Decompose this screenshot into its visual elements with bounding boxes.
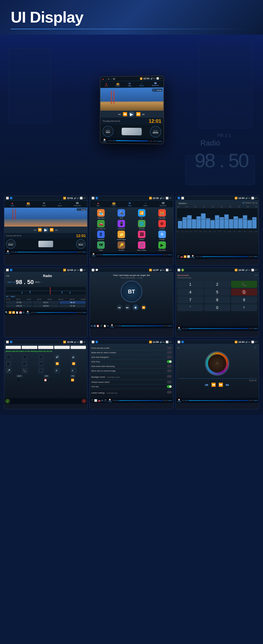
radio-arrow-left[interactable]: ‹ (6, 281, 7, 283)
app-chrome[interactable]: 🌐Chrome (132, 220, 151, 230)
steer-set2[interactable]: ⏰ (44, 379, 47, 381)
steer-bluetooth[interactable]: 📶 (71, 379, 74, 381)
topbar-radio: ⬜🔵 📶 12:03 🔊18 ⬜ ↩ (4, 268, 87, 272)
steer-power[interactable]: ⏻ (6, 354, 12, 360)
app-google[interactable]: GGoogle (152, 231, 172, 240)
screen-eq: 🔵⬜ 📶 12:03 🔊18 ⬜ ↩ Standard ↓ All Defaul… (176, 196, 259, 265)
key-5[interactable]: 5 (204, 289, 230, 296)
bt-stop[interactable]: ⏹ (133, 304, 138, 310)
app-maps[interactable]: 🗺Maps (91, 241, 111, 251)
radio-freq-5[interactable]: 108.00 (33, 304, 59, 307)
eq-setup-btn[interactable]: Set up (252, 202, 257, 205)
header: UI Display (0, 0, 263, 35)
steer-ff[interactable]: ⏩ (54, 361, 60, 366)
toggle-backlight-switch[interactable] (167, 375, 172, 378)
nav-radio-apps[interactable]: 📻Radio (112, 202, 116, 206)
app-calculator[interactable]: 🧮Calculator (152, 209, 172, 219)
steer-fm[interactable]: FM (70, 374, 76, 377)
music-ff[interactable]: ⏩ (218, 383, 223, 387)
app-bt[interactable]: 📶BT (132, 209, 151, 219)
bt-next-song[interactable]: ⏭ (125, 304, 130, 310)
steer-set1[interactable]: ⚙ (17, 379, 20, 381)
steer-vol-up[interactable]: 🔊 (54, 354, 60, 360)
key-9[interactable]: 9 (231, 296, 257, 303)
steer-skip-prev[interactable]: ⏮ (38, 361, 44, 366)
topbar-phone: ⬜🟢 📶 12:02 🔊12 ⬜ ↩ (176, 268, 259, 272)
nav-bt-apps[interactable]: ☎Bluetooth (160, 202, 166, 206)
radio-arrow-right[interactable]: › (41, 281, 42, 283)
app-gallery[interactable]: 🖼Gallery (132, 231, 151, 240)
key-hash[interactable]: # (231, 304, 257, 311)
radio-freq-4[interactable]: 106.10 (6, 304, 32, 307)
steer-screen[interactable]: 🖥 (22, 354, 28, 360)
nav-apps-apps[interactable]: ⊞Apps (128, 202, 132, 206)
steer-cancel-btn[interactable]: ✕ (82, 399, 86, 403)
steer-rew[interactable]: ⏪ (71, 361, 76, 366)
radio-freq-3[interactable]: 98.10 (60, 301, 86, 304)
music-prev[interactable]: ⏮ (205, 383, 209, 387)
topbar-eq: 🔵⬜ 📶 12:03 🔊18 ⬜ ↩ (176, 196, 259, 201)
toggle-gps-switch[interactable] (167, 385, 172, 388)
app-filemanager[interactable]: 📁FileManager (112, 231, 131, 240)
toggle-vol-switch[interactable] (167, 381, 172, 383)
key-call[interactable]: 📞 (231, 281, 257, 288)
nav-music-apps[interactable]: ♪Music (144, 202, 148, 206)
toggle-lantern-switch[interactable] (167, 391, 172, 394)
topbar-apps: ⬜🔵 📶 12:02 🔊10 ⬜ ↩ (90, 196, 173, 201)
key-0[interactable]: 0 (204, 304, 230, 311)
key-8[interactable]: 8 (204, 296, 230, 303)
bt-ff[interactable]: ⏩ (141, 304, 147, 310)
toggle-brake-switch[interactable] (167, 351, 172, 354)
radio-nmo: NMO (11, 296, 15, 297)
steer-vol-k2[interactable]: 🔉K (71, 368, 76, 373)
toggle-press-any-key-switch[interactable] (167, 347, 172, 349)
app-carlink[interactable]: 🚗Car Link 2.0 (91, 220, 111, 230)
steer-vol-down[interactable]: 🔉 (71, 354, 76, 360)
nav-navi-apps[interactable]: ▲Navi (97, 202, 100, 206)
radio-freq-1[interactable]: 87.50 (6, 301, 32, 304)
key-7[interactable]: 7 (177, 296, 203, 303)
app-musicplayer[interactable]: 🎵Music Player (132, 241, 151, 251)
key-hangup[interactable]: 📵 (231, 289, 257, 296)
radio-freq-2[interactable]: 90.10 (33, 301, 59, 304)
music-rew[interactable]: ⏪ (211, 383, 216, 387)
toggle-mirror-switch[interactable] (167, 369, 172, 372)
key-2[interactable]: 2 (204, 281, 230, 288)
app-aux[interactable]: 🔌AUX (112, 209, 131, 219)
key-star[interactable]: * (177, 304, 203, 311)
music-progress-bar[interactable] (178, 378, 257, 379)
app-mcxkey[interactable]: 🔑mcxKey (112, 241, 131, 251)
nav-apps[interactable]: ⊞ Apps (42, 202, 46, 206)
nav-navi[interactable]: ▲ Navi (11, 202, 14, 206)
eq-all-btn[interactable]: All (242, 202, 244, 205)
toggle-navi-switch[interactable] (167, 356, 172, 358)
toggle-gsd-switch[interactable] (167, 360, 172, 363)
steer-media[interactable]: ▶ (6, 361, 12, 366)
toggle-mute-switch[interactable] (167, 365, 172, 368)
key-4[interactable]: 4 (177, 289, 203, 296)
radio-freq-6[interactable]: 87.50 (60, 304, 86, 307)
steer-am[interactable]: AM (43, 374, 50, 377)
steer-settings[interactable]: ⚙ (38, 354, 44, 360)
nav-bluetooth[interactable]: ☎ Bluetooth (74, 202, 81, 206)
radio-band-label: FM 1-3 (8, 281, 14, 283)
steer-phone[interactable]: 📞 (22, 368, 28, 373)
app-control[interactable]: ⚙Control (152, 220, 172, 230)
steer-mic[interactable]: 🎤 (6, 368, 12, 373)
app-equalizer[interactable]: 🎛Equalizer (91, 231, 111, 240)
music-next[interactable]: ⏭ (226, 383, 229, 387)
toggle-mirror: Mirror view on reverse image (91, 370, 115, 372)
steer-k1[interactable]: K (38, 368, 44, 373)
steer-aux[interactable]: AUX (16, 374, 23, 377)
eq-default-btn[interactable]: Default (245, 202, 251, 205)
app-appstore[interactable]: 🏪App Store (91, 209, 111, 219)
nav-music[interactable]: ♪ Music (58, 202, 62, 206)
nav-radio[interactable]: 📻 Radio (26, 202, 30, 206)
steer-skip[interactable]: ⏭ (22, 361, 28, 366)
steer-confirm-btn[interactable]: ✓ (5, 399, 10, 403)
app-carbitlink[interactable]: 📱CarbitLink (112, 220, 131, 230)
steer-vol-k[interactable]: 🔊K (54, 368, 60, 373)
bt-prev[interactable]: ⏮ (116, 304, 122, 310)
key-1[interactable]: 1 (177, 281, 203, 288)
app-playstore[interactable]: ▶Play Store (152, 241, 172, 251)
